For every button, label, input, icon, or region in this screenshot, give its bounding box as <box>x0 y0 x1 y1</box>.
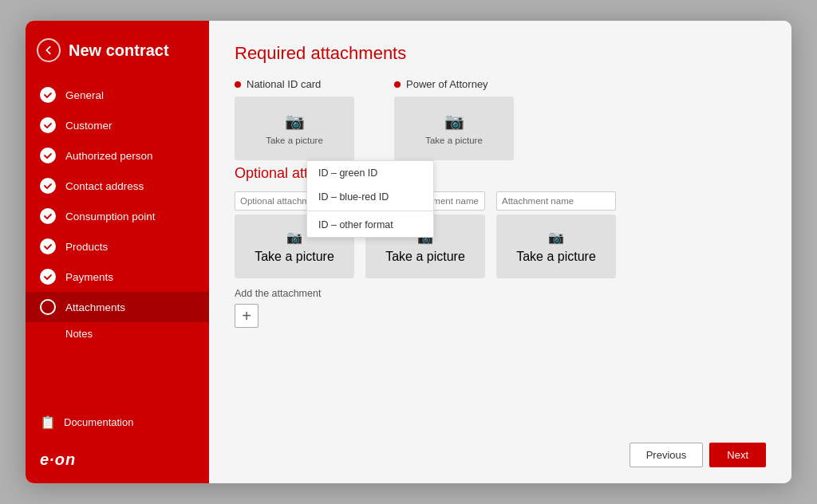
national-id-dropdown: ID – green ID ID – blue-red ID ID – othe… <box>306 160 434 238</box>
national-id-label: National ID card <box>235 78 354 90</box>
sidebar-title: New contract <box>69 41 169 60</box>
sidebar-nav: General Customer Authorized person <box>26 77 209 402</box>
take-label-opt3: Take a picture <box>516 250 596 264</box>
sidebar-label-notes: Notes <box>65 328 93 340</box>
camera-icon-poa: 📷 <box>444 112 464 131</box>
sidebar-item-general[interactable]: General <box>26 80 209 110</box>
sidebar-label-customer: Customer <box>65 120 112 132</box>
power-of-attorney-dot <box>394 81 401 88</box>
sidebar-label-payments: Payments <box>65 271 113 283</box>
take-picture-label-national: Take a picture <box>266 136 323 145</box>
sidebar-item-consumption-point[interactable]: Consumption point <box>26 201 209 231</box>
sidebar-label-contact: Contact address <box>65 180 144 192</box>
sidebar-item-attachments[interactable]: Attachments <box>26 292 209 322</box>
main-content: Required attachments National ID card 📷 … <box>209 21 791 483</box>
check-icon-contact <box>40 178 56 194</box>
camera-icon-opt1: 📷 <box>286 230 302 245</box>
national-id-take-picture[interactable]: 📷 Take a picture <box>235 96 354 160</box>
take-label-opt2: Take a picture <box>385 250 465 264</box>
sidebar: New contract General Customer <box>26 21 209 483</box>
check-icon-products <box>40 238 56 254</box>
sidebar-label-consumption: Consumption point <box>65 211 156 222</box>
sidebar-item-customer[interactable]: Customer <box>26 110 209 140</box>
dropdown-item-other[interactable]: ID – other format <box>307 213 433 237</box>
camera-icon-national: 📷 <box>285 112 305 131</box>
sidebar-header: New contract <box>26 21 209 77</box>
required-section: National ID card 📷 Take a picture ID – g… <box>235 78 766 165</box>
add-attachment-label: Add the attachment <box>235 288 766 299</box>
required-section-row: National ID card 📷 Take a picture ID – g… <box>235 78 766 160</box>
sidebar-label-general: General <box>65 89 104 101</box>
eon-logo: e·on <box>26 443 209 483</box>
power-of-attorney-take-picture[interactable]: 📷 Take a picture <box>394 96 514 160</box>
check-icon-customer <box>40 117 56 133</box>
sidebar-documentation-label: Documentation <box>64 416 133 428</box>
dropdown-divider <box>307 211 433 211</box>
footer-buttons: Previous Next <box>235 428 766 467</box>
back-button[interactable] <box>37 38 61 62</box>
national-id-dot <box>235 81 241 88</box>
sidebar-item-products[interactable]: Products <box>26 231 209 262</box>
power-of-attorney-label: Power of Attorney <box>394 78 514 90</box>
optional-name-input-3[interactable] <box>496 191 616 211</box>
page-title: Required attachments <box>235 43 766 64</box>
circle-icon-attachments <box>40 299 56 315</box>
dropdown-item-blue-red[interactable]: ID – blue-red ID <box>307 185 433 209</box>
check-icon-authorized <box>40 148 56 163</box>
sidebar-item-authorized-person[interactable]: Authorized person <box>26 140 209 171</box>
take-label-opt1: Take a picture <box>255 250 334 264</box>
add-attachment-section: Add the attachment + <box>235 288 766 328</box>
sidebar-documentation[interactable]: 📋 Documentation <box>26 402 209 443</box>
documentation-icon: 📋 <box>40 415 56 430</box>
previous-button[interactable]: Previous <box>630 443 704 467</box>
next-button[interactable]: Next <box>709 443 766 467</box>
national-id-col: National ID card 📷 Take a picture ID – g… <box>235 78 354 160</box>
add-attachment-button[interactable]: + <box>235 304 259 328</box>
dropdown-item-green[interactable]: ID – green ID <box>307 161 433 185</box>
app-window: New contract General Customer <box>26 21 791 483</box>
check-icon-consumption <box>40 208 56 224</box>
power-of-attorney-col: Power of Attorney 📷 Take a picture <box>394 78 514 160</box>
sidebar-label-products: Products <box>65 241 108 253</box>
sidebar-label-attachments: Attachments <box>65 301 125 313</box>
camera-icon-opt3: 📷 <box>548 230 564 245</box>
sidebar-item-contact-address[interactable]: Contact address <box>26 171 209 201</box>
national-id-attachment-wrapper: 📷 Take a picture ID – green ID ID – blue… <box>235 96 354 160</box>
sidebar-label-authorized: Authorized person <box>65 150 153 162</box>
optional-attachment-3: 📷 Take a picture <box>496 191 616 278</box>
check-icon-general <box>40 87 56 103</box>
sidebar-item-notes[interactable]: Notes <box>26 322 209 345</box>
take-picture-label-poa: Take a picture <box>425 136 483 145</box>
optional-take-picture-3[interactable]: 📷 Take a picture <box>496 215 616 278</box>
check-icon-payments <box>40 269 56 285</box>
sidebar-item-payments[interactable]: Payments <box>26 262 209 292</box>
